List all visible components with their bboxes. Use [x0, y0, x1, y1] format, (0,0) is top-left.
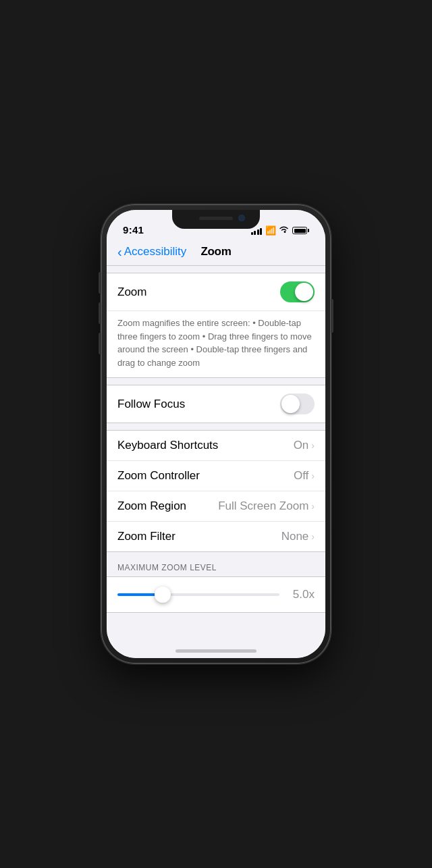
zoom-controller-state: Off [294, 469, 308, 483]
bottom-spacer [107, 613, 325, 640]
zoom-controller-chevron: › [311, 470, 315, 481]
screen-content: ‹ Accessibility Zoom Zoom Zoom magnifies… [107, 240, 325, 658]
follow-focus-toggle[interactable] [280, 394, 315, 414]
follow-focus-section: Follow Focus [107, 385, 325, 423]
zoom-description: Zoom magnifies the entire screen: • Doub… [117, 317, 315, 369]
slider-value: 5.0x [288, 588, 315, 601]
zoom-filter-label: Zoom Filter [117, 530, 176, 543]
zoom-controller-value: Off › [294, 469, 315, 483]
zoom-label: Zoom [117, 286, 146, 299]
back-label: Accessibility [124, 245, 187, 259]
battery-icon [292, 227, 309, 234]
notch [172, 210, 260, 229]
keyboard-shortcuts-value: On › [294, 439, 315, 452]
zoom-region-value: Full Screen Zoom › [218, 499, 315, 513]
back-button[interactable]: ‹ Accessibility [117, 245, 186, 259]
zoom-filter-state: None [281, 530, 309, 543]
zoom-controller-label: Zoom Controller [117, 469, 200, 483]
zoom-filter-chevron: › [311, 531, 315, 542]
toggle-thumb [295, 283, 313, 301]
zoom-region-label: Zoom Region [117, 499, 186, 513]
zoom-section: Zoom Zoom magnifies the entire screen: •… [107, 273, 325, 378]
follow-focus-row[interactable]: Follow Focus [107, 385, 325, 423]
section-gap-3 [107, 423, 325, 430]
zoom-description-row: Zoom magnifies the entire screen: • Doub… [107, 311, 325, 377]
wifi-icon: 📶 [265, 225, 289, 236]
zoom-region-chevron: › [311, 501, 315, 512]
status-icons: 📶 [251, 225, 309, 236]
nav-title: Zoom [200, 245, 231, 259]
front-camera [238, 215, 245, 221]
nav-bar: ‹ Accessibility Zoom [107, 240, 325, 266]
settings-group: Keyboard Shortcuts On › Zoom Controller … [107, 430, 325, 552]
keyboard-shortcuts-label: Keyboard Shortcuts [117, 439, 218, 452]
follow-focus-label: Follow Focus [117, 398, 185, 411]
zoom-filter-value: None › [281, 530, 315, 543]
zoom-toggle[interactable] [280, 281, 315, 302]
zoom-filter-row[interactable]: Zoom Filter None › [107, 522, 325, 551]
back-chevron-icon: ‹ [117, 245, 122, 259]
keyboard-shortcuts-state: On [294, 439, 309, 452]
slider-track[interactable] [117, 593, 279, 596]
slider-section-header: MAXIMUM ZOOM LEVEL [107, 559, 325, 576]
section-gap-4 [107, 552, 325, 559]
zoom-region-row[interactable]: Zoom Region Full Screen Zoom › [107, 491, 325, 522]
slider-section: 5.0x [107, 576, 325, 613]
zoom-region-state: Full Screen Zoom [218, 499, 308, 513]
zoom-toggle-row[interactable]: Zoom [107, 273, 325, 311]
section-gap-2 [107, 378, 325, 385]
status-time: 9:41 [123, 224, 144, 236]
home-indicator[interactable] [176, 649, 256, 653]
section-gap-1 [107, 266, 325, 273]
keyboard-shortcuts-chevron: › [311, 440, 315, 451]
zoom-controller-row[interactable]: Zoom Controller Off › [107, 461, 325, 491]
phone-frame: 9:41 📶 [101, 205, 331, 663]
slider-container: 5.0x [117, 588, 315, 601]
phone-screen: 9:41 📶 [107, 210, 325, 658]
follow-focus-thumb [281, 395, 300, 413]
slider-thumb[interactable] [155, 587, 171, 603]
speaker [199, 217, 233, 220]
keyboard-shortcuts-row[interactable]: Keyboard Shortcuts On › [107, 431, 325, 461]
